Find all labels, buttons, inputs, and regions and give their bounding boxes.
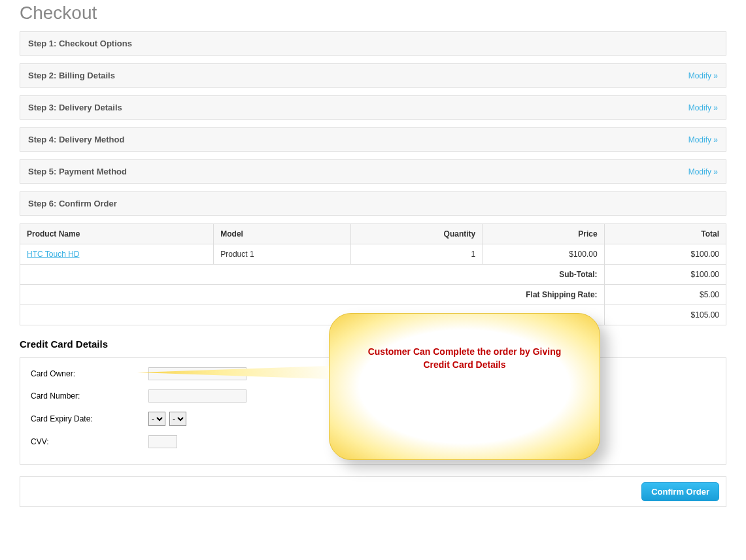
cell-qty: 1 bbox=[350, 244, 483, 265]
col-price: Price bbox=[483, 224, 604, 244]
cc-heading: Credit Card Details bbox=[20, 338, 726, 350]
col-qty: Quantity bbox=[350, 224, 483, 244]
step-6-panel: Step 6: Confirm Order bbox=[20, 191, 726, 216]
cvv-input[interactable] bbox=[148, 435, 177, 448]
table-row: HTC Touch HD Product 1 1 $100.00 $100.00 bbox=[20, 244, 726, 265]
cc-details-box: Card Owner: Card Number: Card Expiry Dat… bbox=[20, 357, 726, 465]
col-model: Model bbox=[214, 224, 350, 244]
col-product: Product Name bbox=[20, 224, 214, 244]
step-4-title: Step 4: Delivery Method bbox=[28, 135, 124, 144]
expiry-year-select[interactable]: - bbox=[169, 412, 186, 426]
cell-price: $100.00 bbox=[483, 244, 604, 265]
cc-cvv-label: CVV: bbox=[31, 437, 148, 446]
order-summary-table: Product Name Model Quantity Price Total … bbox=[20, 223, 726, 325]
cell-model: Product 1 bbox=[214, 244, 350, 265]
step-1-title: Step 1: Checkout Options bbox=[28, 39, 132, 48]
summary-row-shipping: Flat Shipping Rate: $5.00 bbox=[20, 285, 726, 305]
step-5-panel[interactable]: Step 5: Payment Method Modify » bbox=[20, 159, 726, 184]
expiry-month-select[interactable]: - bbox=[148, 412, 165, 426]
step-2-panel[interactable]: Step 2: Billing Details Modify » bbox=[20, 63, 726, 88]
step-5-title: Step 5: Payment Method bbox=[28, 167, 127, 176]
step-3-modify-link[interactable]: Modify » bbox=[688, 103, 718, 112]
step-4-modify-link[interactable]: Modify » bbox=[688, 135, 718, 144]
summary-row-subtotal: Sub-Total: $100.00 bbox=[20, 265, 726, 285]
cell-total: $100.00 bbox=[604, 244, 726, 265]
step-5-modify-link[interactable]: Modify » bbox=[688, 167, 718, 176]
card-owner-input[interactable] bbox=[148, 367, 246, 380]
card-number-input[interactable] bbox=[148, 389, 246, 403]
confirm-order-button[interactable]: Confirm Order bbox=[641, 482, 719, 501]
product-link[interactable]: HTC Touch HD bbox=[27, 250, 79, 259]
step-1-panel[interactable]: Step 1: Checkout Options bbox=[20, 31, 726, 56]
shipping-label: Flat Shipping Rate: bbox=[20, 285, 605, 305]
step-4-panel[interactable]: Step 4: Delivery Method Modify » bbox=[20, 127, 726, 152]
step-2-modify-link[interactable]: Modify » bbox=[688, 71, 718, 80]
step-3-panel[interactable]: Step 3: Delivery Details Modify » bbox=[20, 95, 726, 120]
cc-owner-label: Card Owner: bbox=[31, 369, 148, 378]
step-2-title: Step 2: Billing Details bbox=[28, 71, 115, 80]
step-3-title: Step 3: Delivery Details bbox=[28, 103, 122, 112]
cc-number-label: Card Number: bbox=[31, 391, 148, 401]
shipping-value: $5.00 bbox=[604, 285, 726, 305]
confirm-bar: Confirm Order bbox=[20, 476, 726, 507]
cc-expiry-label: Card Expiry Date: bbox=[31, 414, 148, 423]
step-6-title: Step 6: Confirm Order bbox=[28, 199, 117, 208]
col-total: Total bbox=[604, 224, 726, 244]
grand-value: $105.00 bbox=[604, 305, 726, 325]
subtotal-label: Sub-Total: bbox=[20, 265, 605, 285]
grand-label bbox=[20, 305, 605, 325]
subtotal-value: $100.00 bbox=[604, 265, 726, 285]
page-title: Checkout bbox=[20, 3, 726, 24]
summary-row-grand: $105.00 bbox=[20, 305, 726, 325]
